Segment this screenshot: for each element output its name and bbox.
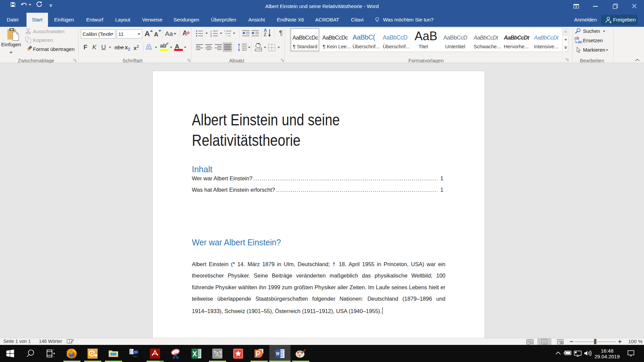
- svg-text:i: i: [227, 35, 227, 37]
- svg-text:3: 3: [210, 35, 212, 37]
- svg-text:2: 2: [210, 33, 212, 35]
- svg-text:a: a: [225, 32, 227, 35]
